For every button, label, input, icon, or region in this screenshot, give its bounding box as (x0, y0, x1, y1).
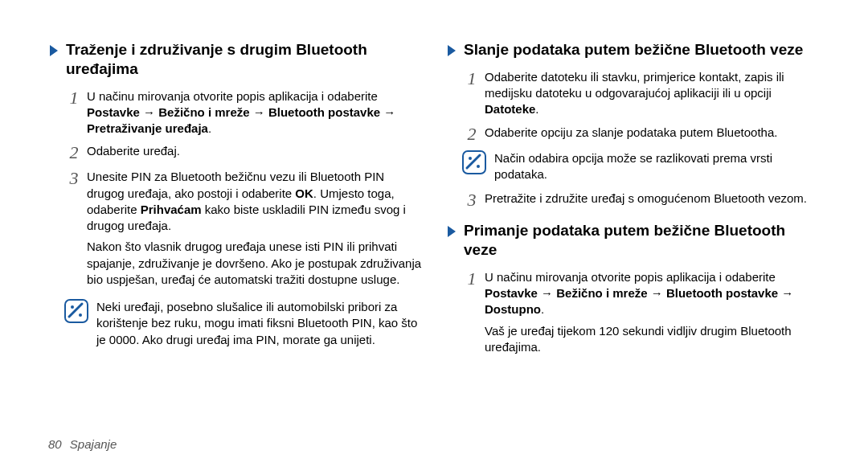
step-body: Pretražite i združite uređaj s omogućeno… (485, 190, 820, 207)
svg-point-1 (71, 305, 74, 309)
note-text: Neki uređaji, posebno slušalice ili auto… (96, 299, 422, 348)
note-box: Neki uređaji, posebno slušalice ili auto… (64, 299, 422, 348)
chevron-icon (48, 43, 59, 58)
step-3: 3 Unesite PIN za Bluetooth bežičnu vezu … (48, 169, 422, 293)
step-extra: Nakon što vlasnik drugog uređaja unese i… (87, 239, 422, 288)
heading-text: Primanje podataka putem bežične Bluetoot… (464, 221, 820, 260)
right-column: Slanje podataka putem bežične Bluetooth … (446, 40, 820, 367)
step-body: Unesite PIN za Bluetooth bežičnu vezu il… (87, 169, 422, 293)
page-number: 80 (48, 437, 62, 451)
heading-text: Traženje i združivanje s drugim Bluetoot… (66, 40, 422, 79)
step-2: 2 Odaberite opciju za slanje podataka pu… (446, 125, 820, 144)
section-heading-receive: Primanje podataka putem bežične Bluetoot… (446, 221, 820, 260)
step-2: 2 Odaberite uređaj. (48, 143, 422, 162)
heading-text: Slanje podataka putem bežične Bluetooth … (464, 40, 803, 59)
step-number: 2 (462, 125, 481, 144)
page-footer: 80 Spajanje (48, 437, 117, 451)
note-icon (462, 150, 486, 174)
svg-point-4 (469, 157, 472, 160)
left-column: Traženje i združivanje s drugim Bluetoot… (48, 40, 422, 367)
chevron-icon (446, 224, 457, 239)
step-number: 2 (64, 143, 84, 162)
step-body: U načinu mirovanja otvorite popis aplika… (87, 88, 422, 137)
step-number: 3 (462, 190, 481, 210)
step-text: Unesite PIN za Bluetooth bežičnu vezu il… (87, 169, 422, 234)
section-heading-send: Slanje podataka putem bežične Bluetooth … (446, 40, 820, 59)
step-number: 1 (462, 269, 481, 289)
step-extra: Vaš je uređaj tijekom 120 sekundi vidlji… (485, 323, 820, 356)
chevron-icon (446, 43, 457, 58)
note-icon (64, 299, 88, 323)
step-3: 3 Pretražite i združite uređaj s omoguće… (446, 190, 820, 210)
step-body: Odaberite opciju za slanje podataka pute… (485, 125, 820, 141)
step-text: U načinu mirovanja otvorite popis aplika… (485, 269, 820, 318)
note-box: Način odabira opcija može se razlikovati… (462, 150, 820, 183)
section-name: Spajanje (70, 437, 117, 451)
step-1: 1 U načinu mirovanja otvorite popis apli… (48, 88, 422, 137)
svg-point-2 (79, 313, 82, 317)
step-body: U načinu mirovanja otvorite popis aplika… (485, 269, 820, 360)
step-body: Odaberite uređaj. (87, 143, 422, 159)
step-number: 3 (64, 169, 84, 188)
step-number: 1 (462, 69, 481, 88)
section-heading-pairing: Traženje i združivanje s drugim Bluetoot… (48, 40, 422, 79)
step-body: Odaberite datoteku ili stavku, primjeric… (485, 69, 820, 118)
step-number: 1 (64, 88, 84, 108)
step-1: 1 Odaberite datoteku ili stavku, primjer… (446, 69, 820, 118)
step-1: 1 U načinu mirovanja otvorite popis apli… (446, 269, 820, 360)
svg-point-5 (477, 165, 480, 168)
note-text: Način odabira opcija može se razlikovati… (494, 150, 820, 183)
